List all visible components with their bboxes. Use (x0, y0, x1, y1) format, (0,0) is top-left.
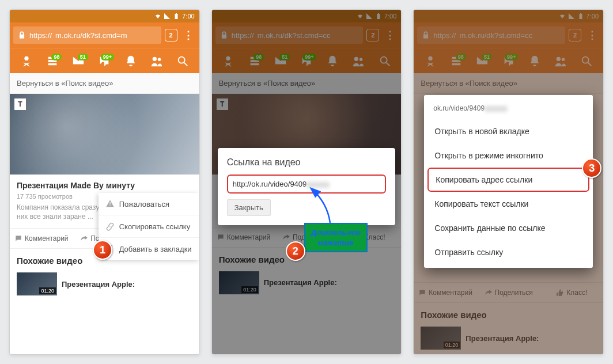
battery-icon (173, 13, 180, 20)
svg-point-3 (179, 56, 185, 63)
ok-nav-bar: 98 51 99+ (10, 48, 199, 73)
svg-point-1 (152, 56, 156, 60)
step-badge-2: 2 (286, 241, 305, 261)
similar-title: Презентация Apple: (62, 280, 135, 289)
similar-thumb: 01:20 (17, 272, 57, 295)
url-text: m.ok.ru/dk?st.cmd=m (55, 31, 127, 40)
video-context-menu: Пожаловаться Скопировать ссылку Добавить… (99, 193, 199, 260)
dialog-title: Ссылка на видео (227, 157, 387, 168)
similar-video-item[interactable]: 01:20 Презентация Apple: (10, 272, 199, 300)
phone-screenshot-2: 7:00 https://m.ok.ru/dk?st.cmd=cc 2 ⋮ 98… (211, 9, 402, 355)
url-prefix: https:// (29, 31, 52, 40)
svg-point-2 (158, 58, 161, 61)
ctx-header: ok.ru/video/9409 (424, 98, 593, 119)
nav-discussions-icon[interactable]: 99+ (92, 55, 118, 67)
comment-button[interactable]: Комментарий (10, 229, 73, 248)
ctx-report[interactable]: Пожаловаться (99, 193, 199, 215)
video-title: Презентация Made By минуту (17, 180, 192, 191)
status-bar: 7:00 (10, 10, 199, 22)
video-thumbnail[interactable]: T (10, 94, 199, 175)
phone-screenshot-1: 7:00 https://m.ok.ru/dk?st.cmd=m 2 ⋮ 98 … (9, 9, 200, 355)
ok-logo[interactable] (13, 55, 39, 67)
nav-notifications-icon[interactable] (118, 55, 143, 67)
clock: 7:00 (182, 13, 194, 20)
ctx-save-link[interactable]: Сохранить данные по ссылке (424, 216, 593, 240)
annotation-arrow (307, 185, 342, 226)
blurred-url-tail (485, 106, 508, 112)
duration-badge: 01:20 (39, 287, 56, 294)
ctx-bookmark[interactable]: Добавить в закладки (99, 237, 199, 260)
ctx-copy-link[interactable]: Скопировать ссылку (99, 215, 199, 237)
url-bar[interactable]: https://m.ok.ru/dk?st.cmd=m (13, 26, 161, 44)
svg-point-0 (24, 56, 28, 60)
long-press-tooltip: Длительное нажатие (304, 223, 368, 252)
nav-search-icon[interactable] (169, 55, 195, 67)
menu-dots-icon[interactable]: ⋮ (181, 29, 196, 41)
ctx-open-new-tab[interactable]: Открыть в новой вкладке (424, 119, 593, 143)
nav-messages-icon[interactable]: 51 (65, 55, 91, 67)
ctx-send-link[interactable]: Отправить ссылку (424, 240, 593, 264)
dialog-close-button[interactable]: Закрыть (227, 199, 271, 216)
browser-context-menu: ok.ru/video/9409 Открыть в новой вкладке… (424, 95, 593, 268)
wifi-icon (154, 13, 161, 20)
signal-icon (164, 13, 171, 20)
ctx-copy-link-address[interactable]: Копировать адрес ссылки (427, 168, 589, 192)
back-link[interactable]: Вернуться в «Поиск видео» (10, 73, 199, 94)
browser-toolbar: https://m.ok.ru/dk?st.cmd=m 2 ⋮ (10, 22, 199, 48)
ctx-copy-link-text[interactable]: Копировать текст ссылки (424, 192, 593, 216)
tab-count[interactable]: 2 (165, 29, 177, 41)
nav-friends-icon[interactable] (143, 55, 169, 67)
step-badge-1: 1 (93, 240, 112, 260)
nav-feed-icon[interactable]: 98 (39, 55, 65, 67)
lock-icon (18, 31, 26, 39)
tj-logo: T (14, 98, 26, 110)
ctx-open-incognito[interactable]: Открыть в режиме инкогнито (424, 143, 593, 168)
phone-screenshot-3: 7:00 https://m.ok.ru/dk?st.cmd=cc 2 ⋮ 98… (413, 9, 604, 355)
